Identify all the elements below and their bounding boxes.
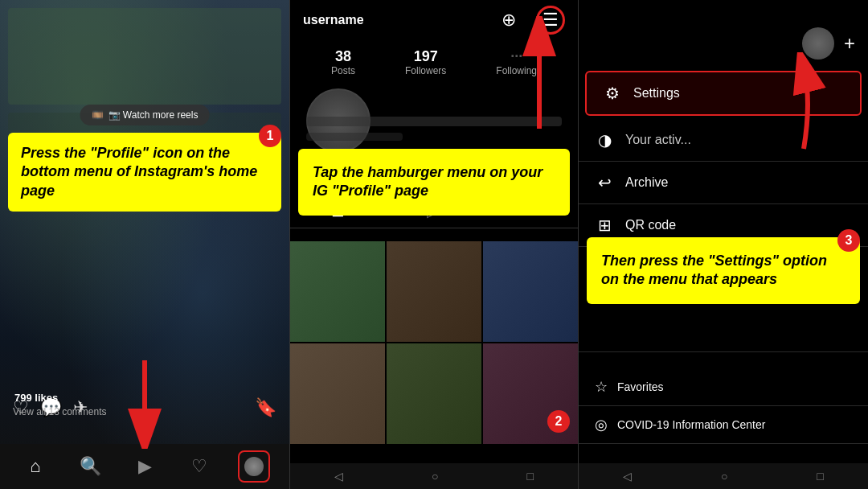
posts-label: Posts [331, 65, 355, 76]
watch-reels-text: 📷 Watch more reels [108, 109, 199, 121]
add-post-icon[interactable]: ⊕ [494, 6, 523, 35]
p3-status-bar [579, 0, 868, 19]
step-number-3: 3 [837, 229, 860, 252]
covid-icon: ◎ [595, 416, 608, 434]
favorites-icon: ☆ [595, 378, 608, 396]
grid-thumb-2[interactable] [387, 241, 481, 342]
ig-profile-header: username ⊕ ☰ [290, 0, 578, 40]
save-icon[interactable]: 🔖 [255, 397, 276, 418]
feed-content-block [8, 8, 281, 105]
nav-reels-icon[interactable]: ▶ [129, 450, 161, 483]
step-number-1: 1 [259, 125, 281, 147]
p3-android-home-btn[interactable]: ○ [721, 470, 727, 483]
grid-thumb-5[interactable] [387, 343, 481, 444]
profile-stats: 38 Posts 197 Followers ··· Following [290, 48, 578, 76]
panel-2: username ⊕ ☰ 38 Posts 197 Followers ··· … [289, 0, 579, 489]
p3-user-avatar[interactable] [802, 27, 834, 60]
activity-label: Your activ... [625, 133, 691, 147]
grid-thumb-1[interactable] [290, 241, 385, 342]
instruction-text-1: Press the "Profile" icon on the bottom m… [21, 145, 257, 199]
p3-add-icon[interactable]: + [844, 32, 855, 55]
p3-bottom-section: ☆ Favorites ◎ COVID-19 Information Cente… [579, 351, 868, 444]
followers-label: Followers [405, 65, 446, 76]
p3-android-back-btn[interactable]: ◁ [623, 470, 632, 483]
settings-label: Settings [633, 86, 680, 101]
covid-item[interactable]: ◎ COVID-19 Information Center [579, 406, 868, 444]
p3-android-nav-bar: ◁ ○ □ [579, 463, 868, 489]
instruction-box-2: Tap the hamburger menu on your IG "Profi… [298, 149, 570, 216]
nav-heart-icon[interactable]: ♡ [183, 450, 215, 483]
nav-search-icon[interactable]: 🔍 [74, 450, 106, 483]
favorites-item[interactable]: ☆ Favorites [579, 368, 868, 406]
p3-avatar-row: + [579, 19, 868, 68]
android-recents-btn[interactable]: □ [527, 470, 534, 483]
your-activity-menu-item[interactable]: ◑ Your activ... [579, 119, 868, 162]
qr-icon: ⊞ [595, 216, 614, 235]
bottom-nav-bar: ⌂ 🔍 ▶ ♡ [0, 444, 289, 489]
android-nav-bar: ◁ ○ □ [290, 463, 578, 489]
nav-profile-icon[interactable] [238, 450, 270, 483]
settings-icon: ⚙ [603, 84, 622, 103]
followers-stat[interactable]: 197 Followers [405, 48, 446, 76]
posts-count: 38 [335, 48, 351, 65]
likes-count: 799 likes [13, 390, 58, 405]
instruction-box-3: Then press the "Settings" option on the … [587, 237, 860, 304]
watch-more-reels-banner[interactable]: 🎞️ 📷 Watch more reels [80, 105, 210, 125]
grid-thumb-4[interactable] [290, 343, 385, 444]
grid-thumb-3[interactable] [483, 241, 578, 342]
covid-label: COVID-19 Information Center [617, 418, 765, 431]
instruction-box-1: Press the "Profile" icon on the bottom m… [8, 133, 281, 212]
following-stat[interactable]: ··· Following [496, 48, 537, 76]
archive-icon: ↩ [595, 173, 614, 192]
archive-label: Archive [625, 175, 668, 190]
following-label: Following [496, 65, 537, 76]
blurred-bio [306, 133, 403, 141]
android-home-btn[interactable]: ○ [432, 470, 438, 483]
step-number-2: 2 [547, 410, 570, 433]
nav-home-icon[interactable]: ⌂ [19, 450, 51, 483]
p3-separator [579, 351, 868, 368]
hamburger-menu-icon[interactable]: ☰ [536, 6, 565, 35]
p3-android-recents-btn[interactable]: □ [817, 470, 823, 483]
panel-3: + ⚙ Settings ◑ Your activ... ↩ Archive ⊞… [579, 0, 868, 489]
followers-count: 197 [414, 48, 438, 65]
android-back-btn[interactable]: ◁ [334, 470, 343, 483]
qr-label: QR code [625, 218, 676, 232]
archive-menu-item[interactable]: ↩ Archive [579, 162, 868, 204]
favorites-label: Favorites [617, 380, 664, 393]
panel-1: 🎞️ 📷 Watch more reels Press the "Profile… [0, 0, 289, 489]
comments-link[interactable]: View all 13 comments [13, 404, 107, 418]
instruction-text-3: Then press the "Settings" option on the … [601, 253, 827, 287]
profile-grid [290, 241, 578, 444]
camera-icon: 🎞️ [92, 109, 104, 121]
p3-menu-list: ⚙ Settings ◑ Your activ... ↩ Archive ⊞ Q… [579, 68, 868, 247]
blurred-name [306, 117, 562, 126]
posts-stat[interactable]: 38 Posts [331, 48, 355, 76]
activity-icon: ◑ [595, 130, 614, 150]
settings-menu-item[interactable]: ⚙ Settings [585, 71, 862, 116]
instruction-text-2: Tap the hamburger menu on your IG "Profi… [313, 164, 542, 199]
ig-username: username [303, 13, 364, 27]
